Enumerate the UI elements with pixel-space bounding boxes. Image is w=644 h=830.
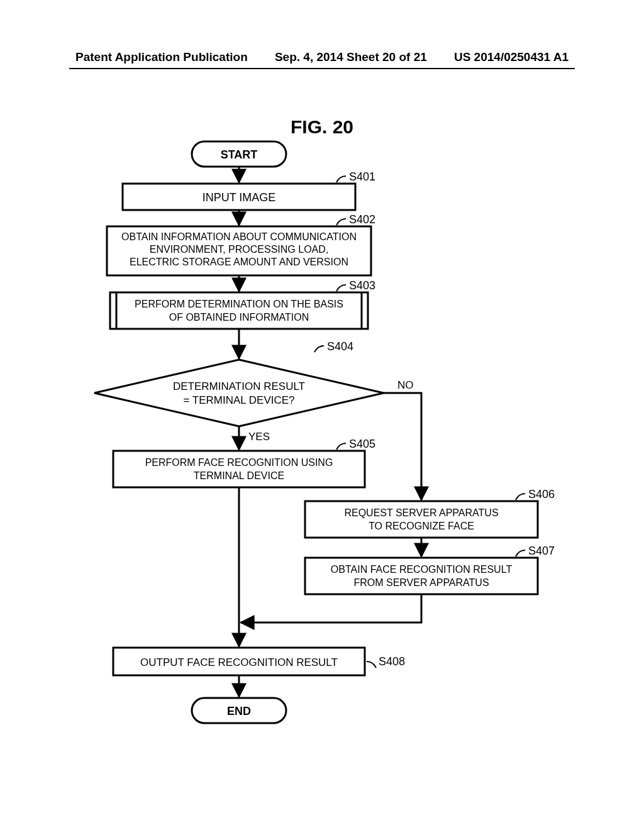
step-s403: PERFORM DETERMINATION ON THE BASIS OF OB… [110, 292, 368, 329]
svg-rect-12 [113, 451, 365, 487]
step-s402: OBTAIN INFORMATION ABOUT COMMUNICATION E… [107, 226, 371, 275]
terminal-start: START [192, 141, 286, 167]
page: Patent Application Publication Sep. 4, 2… [0, 0, 644, 830]
svg-rect-13 [305, 501, 538, 538]
svg-rect-6 [110, 292, 368, 329]
s402-text1: OBTAIN INFORMATION ABOUT COMMUNICATION [121, 231, 357, 242]
page-header: Patent Application Publication Sep. 4, 2… [0, 50, 644, 64]
s407-text2: FROM SERVER APPARATUS [353, 577, 489, 588]
step-s405: PERFORM FACE RECOGNITION USING TERMINAL … [113, 451, 365, 487]
header-left: Patent Application Publication [75, 50, 248, 64]
start-label: START [221, 148, 258, 161]
s404-text2: = TERMINAL DEVICE? [183, 394, 294, 406]
s403-text2: OF OBTAINED INFORMATION [169, 312, 309, 323]
s401-ref: S401 [349, 170, 375, 183]
step-s407: OBTAIN FACE RECOGNITION RESULT FROM SERV… [305, 558, 538, 594]
s403-ref: S403 [349, 279, 375, 292]
s407-ref: S407 [528, 545, 555, 557]
svg-marker-10 [94, 360, 384, 426]
s406-text2: TO RECOGNIZE FACE [369, 521, 474, 531]
s405-text1: PERFORM FACE RECOGNITION USING [145, 457, 333, 468]
s406-ref: S406 [528, 488, 555, 501]
terminal-end: END [192, 698, 286, 723]
s405-ref: S405 [349, 438, 375, 450]
s402-text3: ELECTRIC STORAGE AMOUNT AND VERSION [130, 257, 348, 267]
s402-text2: ENVIRONMENT, PROCESSING LOAD, [150, 244, 329, 255]
figure-title: FIG. 20 [0, 116, 644, 138]
s404-yes: YES [248, 431, 270, 443]
s408-text: OUTPUT FACE RECOGNITION RESULT [140, 656, 338, 668]
header-right: US 2014/0250431 A1 [454, 50, 569, 64]
s402-ref: S402 [349, 213, 375, 226]
s408-ref: S408 [379, 655, 405, 668]
step-s406: REQUEST SERVER APPARATUS TO RECOGNIZE FA… [305, 501, 538, 538]
header-center: Sep. 4, 2014 Sheet 20 of 21 [275, 50, 427, 64]
s404-text1: DETERMINATION RESULT [173, 380, 305, 392]
s404-ref: S404 [327, 340, 353, 353]
s403-text1: PERFORM DETERMINATION ON THE BASIS [135, 299, 343, 309]
svg-rect-15 [305, 558, 538, 594]
flowchart: START INPUT IMAGE S401 OBTAIN INFORMATIO… [88, 138, 566, 767]
step-s408: OUTPUT FACE RECOGNITION RESULT [113, 648, 365, 675]
s404-no: NO [397, 379, 414, 391]
s406-text1: REQUEST SERVER APPARATUS [344, 507, 498, 518]
decision-s404: DETERMINATION RESULT = TERMINAL DEVICE? [94, 360, 384, 426]
s401-text: INPUT IMAGE [203, 191, 276, 204]
s407-text1: OBTAIN FACE RECOGNITION RESULT [331, 564, 513, 575]
step-s401: INPUT IMAGE [123, 184, 355, 210]
header-rule [69, 68, 575, 69]
s405-text2: TERMINAL DEVICE [194, 470, 284, 481]
end-label: END [227, 705, 251, 717]
